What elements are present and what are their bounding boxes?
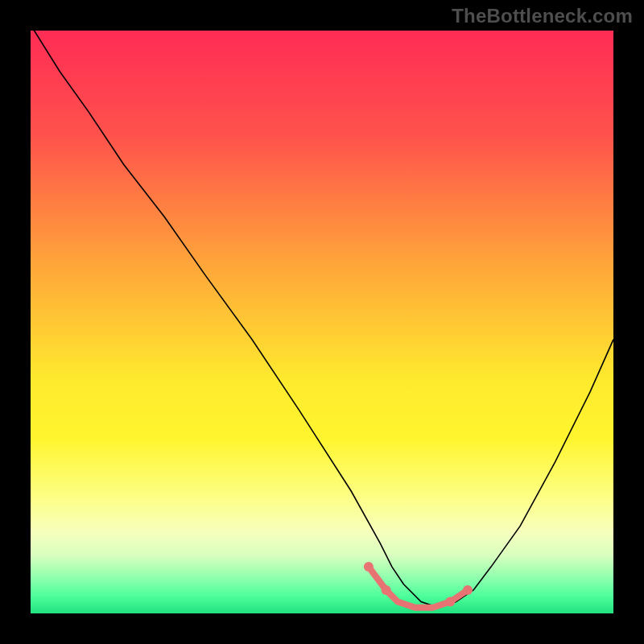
chart-frame: TheBottleneck.com xyxy=(0,0,644,644)
optimal-dot xyxy=(445,597,455,607)
optimal-dot xyxy=(382,585,391,595)
attribution-text: TheBottleneck.com xyxy=(452,5,633,27)
plot-area xyxy=(31,31,613,613)
optimal-dot xyxy=(364,562,374,572)
gradient-background xyxy=(31,31,613,613)
chart-svg xyxy=(31,31,613,613)
optimal-dot xyxy=(463,585,473,595)
